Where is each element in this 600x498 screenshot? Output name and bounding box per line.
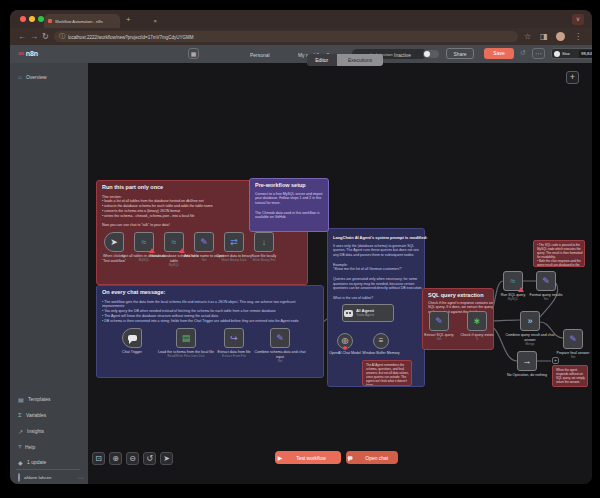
user-menu-icon[interactable]: ⋯	[78, 474, 84, 481]
sticky-title: LangChain AI Agent's system prompt is mo…	[333, 235, 424, 240]
save-button[interactable]: Save	[484, 48, 514, 59]
node-format-results[interactable]: ✎ Format query resultsSet	[536, 271, 556, 291]
view-tabs: Editor Executions	[307, 54, 383, 66]
sticky-pre-setup[interactable]: Pre-workflow setup Connect to a free MyS…	[249, 178, 329, 232]
cursor-icon: ➤	[110, 238, 118, 247]
sidebar-item-insights[interactable]: ↗ Insights	[18, 425, 84, 437]
add-node-endpoint[interactable]: +	[552, 357, 559, 364]
sticky-body: • The workflow gets the data from the lo…	[102, 299, 317, 323]
sidebar-item-help[interactable]: ? Help	[18, 441, 84, 453]
zoom-out-button[interactable]: ⊖	[126, 452, 139, 465]
sidebar-item-templates[interactable]: ▤ Templates	[18, 393, 84, 405]
n8n-favicon	[48, 19, 52, 23]
openai-icon: ◎	[342, 337, 349, 345]
address-bar[interactable]: ⓘ localhost:2222/workflow/new?projectId=…	[54, 31, 518, 42]
help-icon: ?	[18, 444, 21, 450]
tab-editor[interactable]: Editor	[307, 54, 337, 66]
pencil-icon: ✎	[569, 335, 577, 344]
sticky-body: The AI Agent remembers the schema, quest…	[366, 363, 412, 386]
node-combine-schema[interactable]: ✎ Combine schema data and chat inputSet	[270, 328, 290, 348]
sidebar-item-variables[interactable]: Σ Variables	[18, 409, 84, 421]
fit-view-button[interactable]: ⊡	[92, 452, 105, 465]
sidebar-item-overview[interactable]: ⌂ Overview	[18, 71, 84, 83]
github-icon	[554, 51, 560, 57]
add-node-button[interactable]: +	[566, 71, 579, 84]
workflow-canvas[interactable]: Run this part only once This section: • …	[88, 63, 592, 484]
pointer-mode-button[interactable]: ➤	[160, 452, 173, 465]
pencil-icon: ✎	[200, 238, 208, 247]
node-check-query[interactable]: ∗ Check if query existsIf	[467, 311, 487, 331]
tab-executions[interactable]: Executions	[337, 54, 383, 66]
sidebar-item-updates[interactable]: ◆ 1 update	[18, 456, 84, 468]
github-star-count: 98,849	[579, 50, 592, 58]
browser-menu-icon[interactable]: ⋮	[574, 31, 582, 42]
node-manual-trigger[interactable]: ➤ When clicking "Test workflow"	[104, 232, 124, 252]
app-header: ∞ n8n ▦ Personal My workflow 2 anomaly d…	[10, 45, 592, 63]
n8n-logo[interactable]: ∞ n8n	[18, 49, 38, 58]
sidebar-user[interactable]: ahlane lahcen ⋯	[18, 471, 84, 484]
zoom-in-button[interactable]: ⊕	[109, 452, 122, 465]
user-avatar	[18, 473, 20, 482]
close-window-button[interactable]	[20, 16, 26, 22]
github-star-widget[interactable]: Star 98,849	[551, 48, 592, 59]
extensions-icon[interactable]: ◨	[540, 31, 548, 42]
warning-icon	[343, 346, 347, 350]
site-info-icon[interactable]: ⓘ	[59, 32, 65, 41]
pencil-icon: ✎	[542, 277, 550, 286]
node-prepare-final[interactable]: ✎ Prepare final answerSet	[563, 329, 583, 349]
tab-search-icon[interactable]: ∨	[572, 14, 584, 25]
sticky-sql-run-note[interactable]: • The SQL code is passed to the MySQL no…	[533, 240, 585, 267]
transfer-icon: ⇄	[230, 238, 238, 247]
browser-profile-avatar[interactable]	[556, 32, 565, 41]
home-icon: ⌂	[18, 74, 22, 80]
browser-tab[interactable]: Workflow Automation - n8n ×	[44, 14, 120, 28]
test-workflow-button[interactable]: ▶ Test workflow	[275, 451, 341, 464]
warning-icon	[149, 248, 155, 253]
active-toggle[interactable]	[423, 50, 439, 58]
sticky-agent-note[interactable]: The AI Agent remembers the schema, quest…	[362, 360, 412, 386]
close-tab-icon[interactable]: ×	[153, 18, 157, 24]
undo-button[interactable]: ↺	[143, 452, 156, 465]
active-status-label: Inactive	[394, 52, 411, 58]
extract-icon: ↪	[230, 334, 238, 343]
node-extract-file[interactable]: ↪ Extract data from fileExtract From Fil…	[224, 328, 244, 348]
share-button[interactable]: Share	[446, 48, 474, 59]
node-extract-schema[interactable]: ≈ Extract database schema for a tableMyS…	[164, 232, 184, 252]
more-options-button[interactable]: ⋯	[532, 48, 545, 59]
bookmark-star-icon[interactable]: ☆	[524, 31, 531, 42]
open-chat-button[interactable]: Open chat	[346, 451, 398, 464]
breadcrumb-project[interactable]: Personal	[250, 52, 270, 58]
warning-icon	[179, 248, 185, 253]
pencil-icon: ✎	[435, 317, 443, 326]
gift-icon: ◆	[18, 459, 23, 466]
back-icon[interactable]: ←	[18, 31, 26, 42]
node-convert-binary[interactable]: ⇄ Convert data to binaryMove Binary Data	[224, 232, 244, 252]
robot-icon	[344, 310, 353, 317]
forward-icon[interactable]: →	[30, 31, 38, 42]
n8n-logo-icon: ∞	[18, 49, 24, 58]
chat-icon	[348, 456, 353, 460]
node-ai-agent[interactable]: AI Agent Tools Agent	[342, 304, 394, 322]
new-tab-button[interactable]: +	[126, 16, 131, 24]
screen: Workflow Automation - n8n × + ∨ ← → ↻ ⓘ …	[0, 0, 600, 498]
merge-icon: »	[527, 317, 532, 326]
node-openai-chat-model[interactable]: ◎ OpenAI Chat Model	[337, 333, 353, 349]
node-extract-sql[interactable]: ✎ Extract SQL querySet	[429, 311, 449, 331]
sticky-title: Pre-workflow setup	[255, 182, 329, 188]
node-load-schema[interactable]: ▤ Load the schema from the local fileRea…	[176, 328, 196, 348]
history-icon[interactable]: ↺	[520, 49, 526, 57]
play-icon: ▶	[278, 454, 283, 461]
reload-icon[interactable]: ↻	[42, 31, 49, 42]
minimize-window-button[interactable]	[29, 16, 35, 22]
node-run-sql[interactable]: ≈ Run SQL queryMySQL	[503, 271, 523, 291]
node-combine-result[interactable]: » Combine query result and chat answerMe…	[520, 311, 540, 331]
templates-icon: ▤	[18, 396, 24, 403]
sticky-body: It uses only the (database schema) to ge…	[333, 243, 424, 303]
pencil-icon: ✎	[276, 334, 284, 343]
node-list-tables[interactable]: ≈ List all tables in a databaseMySQL	[134, 232, 154, 252]
node-add-table-name[interactable]: ✎ Add table name to outputSet	[194, 232, 214, 252]
node-save-file[interactable]: ↓ Save file locallyWrite Binary File	[254, 232, 274, 252]
file-icon: ▤	[182, 334, 191, 343]
panel-toggle-button[interactable]: ▦	[188, 48, 199, 59]
node-chat-trigger[interactable]: Chat Trigger	[122, 328, 142, 348]
